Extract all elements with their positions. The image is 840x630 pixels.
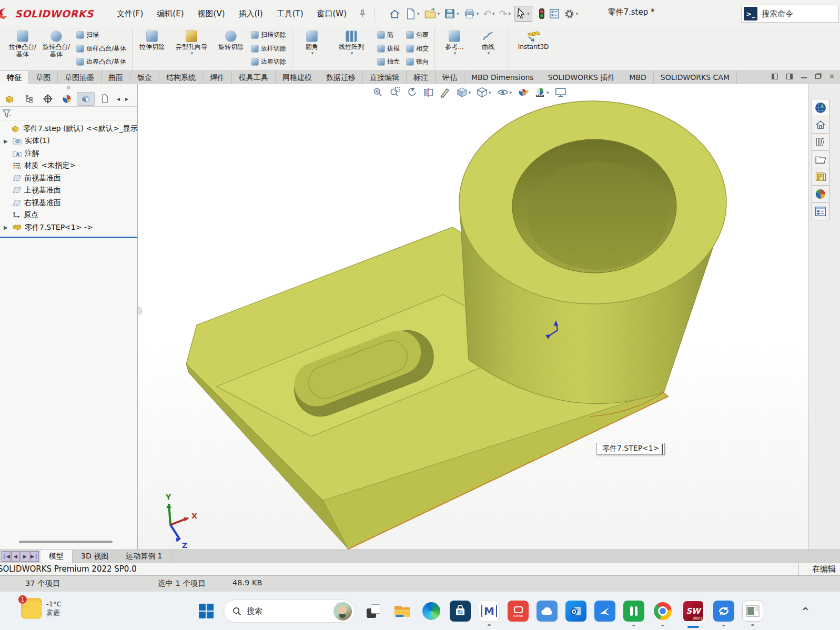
- lofted-cut-button[interactable]: 放样切除: [249, 44, 288, 54]
- tab-markup[interactable]: 标注: [407, 71, 436, 84]
- redo-button[interactable]: ↷ ▾: [498, 6, 512, 21]
- file-explorer-button[interactable]: [812, 151, 829, 168]
- dimxpert-manager-tab[interactable]: [58, 92, 76, 106]
- edit-appearance-button[interactable]: [517, 86, 530, 99]
- evaluate-button[interactable]: [548, 7, 561, 21]
- tab-cam[interactable]: SOLIDWORKS CAM: [654, 71, 737, 84]
- draft-button[interactable]: 拔模: [376, 44, 401, 54]
- previous-view-button[interactable]: [404, 86, 418, 99]
- tab-features[interactable]: 特征: [0, 71, 29, 84]
- tab-surfaces[interactable]: 曲面: [102, 71, 130, 84]
- custom-properties-button[interactable]: [812, 203, 829, 220]
- close-icon[interactable]: ✕: [829, 73, 835, 80]
- rib-button[interactable]: 筋: [376, 30, 401, 40]
- next-tab-icon[interactable]: ▶: [21, 551, 29, 562]
- property-manager-tab[interactable]: [20, 92, 38, 106]
- extruded-cut-button[interactable]: 拉伸切除: [136, 28, 168, 50]
- tab-mold-tools[interactable]: 模具工具: [232, 71, 276, 84]
- fillet-button[interactable]: 圆角 ▾: [296, 28, 328, 56]
- file-explorer-taskbar-button[interactable]: [392, 601, 413, 622]
- first-tab-icon[interactable]: ❘◀: [2, 551, 11, 562]
- resources-button[interactable]: [812, 99, 829, 116]
- prev-tab-icon[interactable]: ◀: [11, 551, 20, 562]
- pin-menu-icon[interactable]: [359, 9, 366, 18]
- boundary-cut-button[interactable]: 边界切除: [249, 57, 288, 67]
- motion-study-tab[interactable]: 运动算例 1: [117, 550, 171, 563]
- tree-item-annotations[interactable]: A 注解: [0, 147, 137, 160]
- mirror-button[interactable]: 镜向: [404, 57, 430, 67]
- mastergo-button[interactable]: M: [479, 601, 500, 622]
- tab-structure-system[interactable]: 结构系统: [159, 71, 203, 84]
- wrap-button[interactable]: 包覆: [404, 30, 430, 40]
- reference-geometry-button[interactable]: 参考... ▾: [438, 28, 471, 56]
- tree-item-top-plane[interactable]: 上视基准面: [0, 185, 137, 197]
- graphics-viewport[interactable]: Y X Z ▾ ▾ ▾ ▾ 零件7.STEP<1>: [138, 84, 808, 550]
- display-style-button[interactable]: ▾: [475, 86, 492, 99]
- dynamic-annotation-button[interactable]: [438, 86, 451, 99]
- menu-window[interactable]: 窗口(W): [310, 6, 354, 22]
- tree-item-imported-part[interactable]: ▶ 零件7.STEP<1> ->: [0, 221, 137, 234]
- design-library-button[interactable]: [812, 134, 829, 151]
- view-orientation-button[interactable]: ▾: [455, 86, 472, 99]
- command-search-input[interactable]: >_ 搜索命令: [741, 5, 839, 23]
- menu-file[interactable]: 文件(F): [110, 6, 150, 22]
- tree-root-item[interactable]: 零件7.step (默认) <<默认>_显示状态: [0, 123, 137, 135]
- appearances-scenes-button[interactable]: [812, 186, 829, 203]
- tab-sketch[interactable]: 草图: [29, 71, 58, 84]
- start-button[interactable]: [199, 604, 214, 618]
- swept-boss-button[interactable]: 扫描: [75, 30, 128, 40]
- microsoft-store-button[interactable]: [450, 601, 471, 622]
- part-3d-model[interactable]: Y X Z: [138, 84, 808, 550]
- instant3d-button[interactable]: Instant3D: [511, 28, 555, 50]
- outlook-button[interactable]: [565, 601, 586, 622]
- new-document-button[interactable]: ▾: [404, 6, 421, 22]
- rollback-bar[interactable]: [0, 237, 137, 238]
- boundary-boss-button[interactable]: 边界凸台/基体: [75, 57, 128, 67]
- shell-button[interactable]: 抽壳: [376, 57, 401, 67]
- edge-browser-button[interactable]: [421, 601, 442, 622]
- home-button[interactable]: [388, 6, 402, 22]
- sync-app-button[interactable]: [713, 601, 734, 622]
- huawei-appgallery-button[interactable]: HUAWEI: [508, 601, 529, 622]
- filter-funnel-icon[interactable]: [2, 109, 13, 118]
- cam-tree-tab[interactable]: [96, 92, 114, 106]
- menu-view[interactable]: 视图(V): [191, 6, 232, 22]
- capture-app-button[interactable]: [742, 601, 763, 622]
- minimize-icon[interactable]: [801, 77, 807, 78]
- rebuild-button[interactable]: [538, 6, 546, 21]
- tab-data-migration[interactable]: 数据迁移: [319, 71, 363, 84]
- home-pane-button[interactable]: [812, 116, 829, 134]
- huawei-cloud-button[interactable]: [537, 601, 558, 622]
- curves-button[interactable]: 曲线 ▾: [472, 28, 504, 56]
- open-button[interactable]: ▾: [423, 6, 441, 22]
- featuremanager-tree-tab[interactable]: [1, 92, 19, 106]
- display-manager-tab[interactable]: [77, 92, 95, 106]
- revolved-cut-button[interactable]: 旋转切除: [215, 28, 247, 50]
- xunlei-button[interactable]: [594, 601, 615, 622]
- tab-addins[interactable]: SOLIDWORKS 插件: [541, 71, 623, 84]
- tab-scroll-right-icon[interactable]: ▸: [123, 95, 130, 103]
- lofted-boss-button[interactable]: 放样凸台/基体: [75, 44, 128, 54]
- tab-mbd-dimensions[interactable]: MBD Dimensions: [464, 71, 541, 84]
- tree-item-material[interactable]: 材质 <未指定>: [0, 160, 137, 172]
- solidworks-taskbar-button[interactable]: SW 2022: [681, 599, 705, 623]
- taskbar-search[interactable]: 搜索: [224, 599, 355, 623]
- restore-icon[interactable]: [815, 74, 821, 79]
- tab-mbd[interactable]: MBD: [622, 71, 653, 84]
- menu-insert[interactable]: 插入(I): [232, 6, 270, 22]
- 3d-views-tab[interactable]: 3D 视图: [73, 550, 117, 563]
- hole-wizard-button[interactable]: 异型孔向导 ▾: [169, 28, 214, 56]
- view-settings-button[interactable]: [554, 86, 568, 99]
- undo-button[interactable]: ↶ ▾: [482, 6, 495, 21]
- model-tab[interactable]: 模型: [41, 550, 73, 563]
- view-palette-button[interactable]: [812, 168, 829, 186]
- task-view-button[interactable]: [363, 601, 384, 622]
- collapse-left-pane-icon[interactable]: [772, 74, 778, 79]
- tree-item-front-plane[interactable]: 前视基准面: [0, 172, 137, 185]
- chrome-button[interactable]: [652, 601, 673, 622]
- save-button[interactable]: ▾: [443, 6, 460, 21]
- swept-cut-button[interactable]: 扫描切除: [249, 30, 288, 40]
- tab-sheet-metal[interactable]: 钣金: [130, 71, 159, 84]
- hide-show-items-button[interactable]: ▾: [496, 86, 513, 99]
- tree-item-right-plane[interactable]: 右视基准面: [0, 197, 137, 209]
